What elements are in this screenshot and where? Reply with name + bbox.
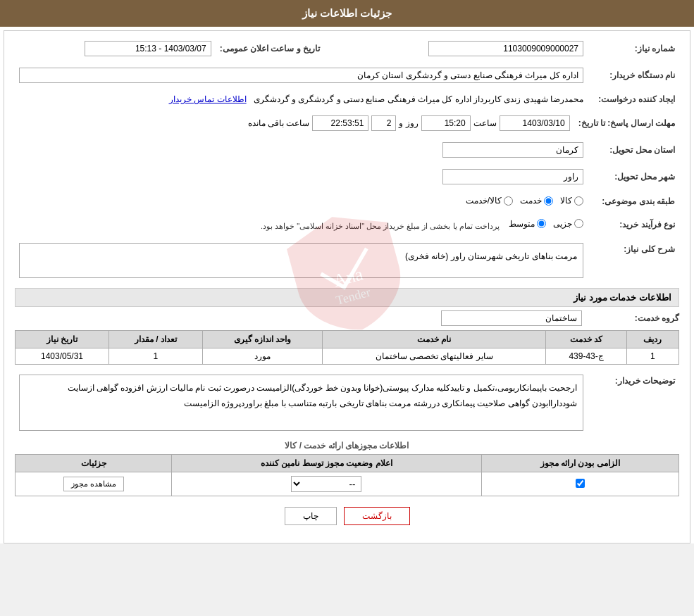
need-number-label: شماره نیاز: — [588, 38, 679, 59]
perm-supplier-cell: -- — [172, 472, 481, 496]
purchase-type-label: نوع فرآیند خرید: — [588, 216, 679, 234]
col-row-num: ردیف — [626, 331, 678, 348]
contact-link[interactable]: اطلاعات تماس خریدار — [169, 94, 247, 104]
category-option-kala: کالا — [560, 196, 583, 206]
province-row: استان محل تحویل: کرمان — [15, 139, 679, 161]
need-description-value: مرمت بناهای تاریخی شهرستان راور (خانه فخ… — [19, 243, 583, 278]
services-table: ردیف کد خدمت نام خدمت واحد اندازه گیری ت… — [15, 330, 679, 365]
category-label-khedmat: خدمت — [520, 196, 542, 206]
response-deadline-label: مهلت ارسال پاسخ: تا تاریخ: — [574, 113, 679, 134]
category-label-kala: کالا — [560, 196, 572, 206]
purchase-type-row: نوع فرآیند خرید: جزیی متوسط پرداخت ت — [15, 216, 679, 234]
footer-buttons: بازگشت چاپ — [15, 507, 679, 525]
permissions-table: الزامی بودن ارائه مجوز اعلام وضعیت مجوز … — [15, 454, 679, 496]
city-value: راور — [442, 169, 583, 184]
buyer-org-row: نام دستگاه خریدار: اداره کل میراث فرهنگی… — [15, 65, 679, 86]
cell-need-date: 1403/05/31 — [16, 348, 109, 365]
buyer-notes-label: توضیحات خریدار: — [588, 372, 679, 434]
need-number-value: 1103009009000027 — [428, 41, 583, 56]
province-value: کرمان — [442, 142, 583, 158]
purchase-type-radio-jozi[interactable] — [574, 219, 583, 228]
category-radio-khedmat[interactable] — [544, 196, 553, 206]
view-permit-button[interactable]: مشاهده مجوز — [63, 477, 124, 491]
buyer-org-label: نام دستگاه خریدار: — [588, 65, 679, 86]
page-header: جزئیات اطلاعات نیاز — [0, 0, 694, 27]
buyer-org-value: اداره کل میراث فرهنگی صنایع دستی و گردشگ… — [19, 68, 583, 83]
response-date: 1403/03/10 — [500, 115, 570, 131]
city-label: شهر محل تحویل: — [588, 166, 679, 187]
purchase-type-option-jozi: جزیی — [553, 219, 583, 229]
category-option-both: کالا/خدمت — [466, 196, 513, 206]
print-button[interactable]: چاپ — [285, 507, 337, 525]
col-quantity: تعداد / مقدار — [109, 331, 202, 348]
buyer-notes-text: ارجحیت باپیمانکاربومی،تکمیل و تاییدکلیه … — [19, 375, 583, 431]
page-title: جزئیات اطلاعات نیاز — [302, 7, 392, 19]
cell-row-num: 1 — [626, 348, 678, 365]
announcement-label: تاریخ و ساعت اعلان عمومی: — [216, 38, 324, 59]
table-row: 1 ج-43-439 سایر فعالیتهای تخصصی ساختمان … — [16, 348, 679, 365]
category-option-khedmat: خدمت — [520, 196, 553, 206]
category-radio-kala[interactable] — [574, 196, 583, 206]
requester-row: ایجاد کننده درخواست: محمدرضا شهیدی زندی … — [15, 92, 679, 107]
province-label: استان محل تحویل: — [588, 139, 679, 161]
perm-required-cell — [481, 472, 678, 496]
perm-details-cell: مشاهده مجوز — [16, 472, 172, 496]
service-group-value: ساختمان — [441, 310, 582, 326]
purchase-type-label-jozi: جزیی — [553, 219, 572, 229]
purchase-type-radio-group: جزیی متوسط — [509, 219, 583, 229]
category-row: طبقه بندی موضوعی: کالا خدمت — [15, 193, 679, 210]
cell-service-name: سایر فعالیتهای تخصصی ساختمان — [322, 348, 545, 365]
response-day-label: روز و — [399, 118, 418, 128]
response-time-label: ساعت — [473, 118, 497, 128]
category-label: طبقه بندی موضوعی: — [588, 193, 679, 210]
perm-col-supplier: اعلام وضعیت مجوز توسط نامین کننده — [172, 455, 481, 472]
page-wrapper: جزئیات اطلاعات نیاز Ana Tender شماره نیا… — [0, 0, 694, 543]
cell-quantity: 1 — [109, 348, 202, 365]
response-days: 2 — [371, 115, 396, 131]
buyer-notes-section: توضیحات خریدار: ارجحیت باپیمانکاربومی،تک… — [15, 372, 679, 434]
services-title: اطلاعات خدمات مورد نیاز — [15, 288, 679, 307]
category-label-both: کالا/خدمت — [466, 196, 502, 206]
cell-unit: مورد — [202, 348, 322, 365]
perm-col-details: جزئیات — [16, 455, 172, 472]
col-service-name: نام خدمت — [322, 331, 545, 348]
remaining-label: ساعت باقی مانده — [248, 118, 310, 128]
need-description-section: شرح کلی نیاز: مرمت بناهای تاریخی شهرستان… — [15, 240, 679, 281]
perm-col-required: الزامی بودن ارائه مجوز — [481, 455, 678, 472]
purchase-type-option-motavasset: متوسط — [509, 219, 546, 229]
back-button[interactable]: بازگشت — [344, 507, 410, 525]
perm-required-checkbox[interactable] — [576, 479, 585, 488]
list-item: -- مشاهده مجوز — [16, 472, 679, 496]
perm-supplier-select[interactable]: -- — [291, 476, 361, 492]
requester-label: ایجاد کننده درخواست: — [588, 92, 679, 107]
need-number-row: شماره نیاز: 1103009009000027 تاریخ و ساع… — [15, 38, 679, 59]
requester-value: محمدرضا شهیدی زندی کاربرداز اداره کل میر… — [254, 94, 583, 104]
purchase-type-label-motavasset: متوسط — [509, 219, 535, 229]
col-service-code: کد خدمت — [546, 331, 627, 348]
need-description-label: شرح کلی نیاز: — [588, 240, 679, 281]
permissions-title: اطلاعات مجوزهای ارائه خدمت / کالا — [15, 441, 679, 451]
cell-service-code: ج-43-439 — [546, 348, 627, 365]
category-radio-both[interactable] — [504, 196, 513, 206]
service-group-label: گروه خدمت: — [588, 313, 679, 323]
city-row: شهر محل تحویل: راور — [15, 166, 679, 187]
services-section: اطلاعات خدمات مورد نیاز گروه خدمت: ساختم… — [15, 288, 679, 365]
col-unit: واحد اندازه گیری — [202, 331, 322, 348]
main-content: Ana Tender شماره نیاز: 1103009009000027 … — [4, 30, 690, 543]
service-group-row: گروه خدمت: ساختمان — [15, 310, 679, 326]
permissions-section: اطلاعات مجوزهای ارائه خدمت / کالا الزامی… — [15, 441, 679, 496]
announcement-value: 1403/03/07 - 15:13 — [85, 41, 211, 56]
purchase-type-radio-motavasset[interactable] — [537, 219, 546, 228]
response-deadline-row: مهلت ارسال پاسخ: تا تاریخ: 1403/03/10 سا… — [15, 113, 679, 134]
response-time: 15:20 — [421, 115, 471, 131]
category-radio-group: کالا خدمت کالا/خدمت — [466, 196, 583, 206]
col-need-date: تاریخ نیاز — [16, 331, 109, 348]
remaining-time: 22:53:51 — [312, 115, 368, 131]
purchase-type-note: پرداخت تمام یا بخشی از مبلغ خریداز محل "… — [261, 221, 500, 230]
